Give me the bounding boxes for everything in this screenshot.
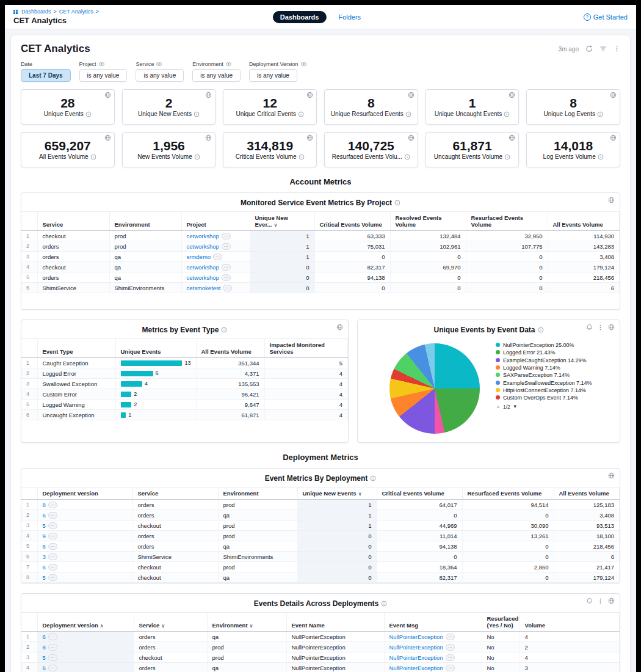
drill-badge[interactable]: ⋯	[48, 564, 57, 571]
globe-icon[interactable]	[509, 92, 515, 98]
column-header-deployment-version[interactable]: Deployment Version	[37, 488, 132, 500]
globe-icon[interactable]	[306, 134, 313, 141]
cell-link[interactable]: 8	[43, 644, 46, 651]
cell-link[interactable]: 3	[43, 553, 46, 560]
cell-link[interactable]: NullPointerException	[389, 644, 443, 651]
column-header-resurfaced-events-volume[interactable]: Resurfaced Events Volume	[462, 488, 554, 500]
cell-link[interactable]: 6	[43, 543, 46, 550]
cell-link[interactable]: 9	[43, 533, 46, 539]
column-header-resurfaced-events-volume[interactable]: Resurfaced Events Volume	[466, 212, 548, 231]
drill-badge[interactable]: ⋯	[48, 665, 57, 671]
drill-badge[interactable]: ⋯	[446, 654, 455, 661]
legend-item[interactable]: ExampleSwallowedException 7.14%	[496, 380, 609, 386]
column-header-volume[interactable]: Volume	[520, 613, 620, 632]
drill-badge[interactable]: ⋯	[48, 553, 57, 560]
drill-badge[interactable]: ⋯	[222, 243, 231, 250]
column-header-project[interactable]: Project	[181, 212, 250, 231]
cell-link[interactable]: NullPointerException	[389, 665, 443, 671]
drill-badge[interactable]: ⋯	[222, 233, 231, 239]
legend-item[interactable]: SAXParseException 7.14%	[496, 372, 609, 378]
column-header-event-type[interactable]: Event Type	[37, 339, 115, 358]
drill-badge[interactable]: ⋯	[223, 285, 232, 291]
column-header-unique-new-events[interactable]: Unique New Events∨	[297, 488, 377, 500]
drill-badge[interactable]: ⋯	[48, 512, 57, 519]
globe-icon[interactable]	[408, 134, 415, 141]
tab-folders[interactable]: Folders	[331, 11, 368, 23]
kebab-icon[interactable]	[597, 597, 604, 605]
column-header-unique-new-ever[interactable]: Unique New Ever...∨	[250, 212, 314, 231]
globe-icon[interactable]	[205, 92, 212, 98]
globe-icon[interactable]	[608, 197, 615, 203]
breadcrumb-item[interactable]: CET Analytics	[59, 9, 93, 15]
cell-link[interactable]: 6	[43, 634, 46, 640]
cell-link[interactable]: 5	[43, 654, 46, 661]
cell-link[interactable]: 5	[43, 574, 46, 581]
column-header-service[interactable]: Service	[132, 488, 218, 500]
column-header-critical-events-volume[interactable]: Critical Events Volume	[377, 488, 462, 500]
drill-badge[interactable]: ⋯	[48, 522, 57, 529]
drill-badge[interactable]: ⋯	[213, 254, 222, 260]
get-started-link[interactable]: ? Get Started	[584, 13, 628, 21]
column-header-all-events-volume[interactable]: All Events Volume	[548, 212, 620, 231]
filter-service[interactable]: is any value	[136, 69, 184, 82]
cell-link[interactable]: srmdemo	[187, 254, 211, 260]
cell-link[interactable]: 6	[43, 512, 46, 519]
cell-link[interactable]: 8	[43, 502, 46, 508]
refresh-icon[interactable]	[585, 45, 593, 53]
column-header-resurfaced-yes-no[interactable]: Resurfaced (Yes / No)	[482, 613, 520, 632]
column-header-critical-events-volume[interactable]: Critical Events Volume	[314, 212, 390, 231]
cell-link[interactable]: 6	[43, 564, 46, 571]
column-header-impacted-monitored-services[interactable]: Impacted Monitored Services	[264, 339, 348, 358]
cell-link[interactable]: cetworkshop	[187, 233, 219, 239]
cell-link[interactable]: cetworkshop	[187, 243, 219, 250]
unique-events-bar[interactable]	[121, 371, 153, 376]
legend-item[interactable]: Logged Error 21.43%	[496, 349, 609, 356]
drill-badge[interactable]: ⋯	[446, 665, 455, 671]
legend-item[interactable]: ExampleCaughtException 14.29%	[496, 357, 609, 363]
column-header-environment[interactable]: Environment	[218, 488, 297, 500]
column-header-environment[interactable]: Environment	[109, 212, 181, 231]
bell-icon[interactable]	[586, 597, 593, 605]
drill-badge[interactable]: ⋯	[48, 634, 57, 640]
globe-icon[interactable]	[306, 92, 313, 98]
drill-badge[interactable]: ⋯	[48, 533, 57, 539]
globe-icon[interactable]	[610, 134, 617, 141]
globe-icon[interactable]	[336, 324, 343, 331]
unique-events-bar[interactable]	[121, 402, 132, 407]
filter-icon[interactable]	[599, 45, 607, 53]
bell-icon[interactable]	[586, 324, 593, 331]
column-header-service[interactable]: Service	[37, 212, 109, 231]
column-header-environment[interactable]: Environment∨	[207, 613, 286, 632]
column-header-service[interactable]: Service∨	[134, 613, 207, 632]
kebab-icon[interactable]	[597, 324, 604, 331]
drill-badge[interactable]: ⋯	[48, 644, 57, 651]
cell-link[interactable]: cetsmoketest	[187, 285, 221, 291]
unique-events-bar[interactable]	[121, 360, 183, 366]
cell-link[interactable]: cetworkshop	[187, 274, 219, 281]
globe-icon[interactable]	[608, 324, 615, 331]
unique-events-bar[interactable]	[121, 392, 132, 397]
drill-badge[interactable]: ⋯	[48, 502, 57, 508]
unique-events-bar[interactable]	[121, 381, 142, 387]
drill-badge[interactable]: ⋯	[222, 274, 231, 281]
drill-badge[interactable]: ⋯	[48, 574, 57, 581]
column-header-event-name[interactable]: Event Name	[286, 613, 384, 632]
drill-badge[interactable]: ⋯	[222, 264, 231, 271]
column-header-deployment-version[interactable]: Deployment Version∧	[37, 613, 134, 632]
cell-link[interactable]: 6	[43, 665, 46, 671]
column-header-resolved-events-volume[interactable]: Resolved Events Volume	[390, 212, 466, 231]
column-header-all-events-volume[interactable]: All Events Volume	[554, 488, 620, 500]
drill-badge[interactable]: ⋯	[446, 634, 455, 640]
legend-item[interactable]: HttpHostConnectException 7.14%	[496, 387, 609, 393]
globe-icon[interactable]	[610, 92, 617, 98]
legend-item[interactable]: Logged Warning 7.14%	[496, 365, 609, 371]
globe-icon[interactable]	[205, 134, 212, 141]
filter-date[interactable]: Last 7 Days	[21, 69, 71, 82]
filter-project[interactable]: is any value	[79, 69, 128, 82]
unique-events-bar[interactable]	[121, 412, 126, 418]
legend-item[interactable]: NullPointerException 25.00%	[496, 342, 609, 348]
tab-dashboards[interactable]: Dashboards	[273, 11, 327, 23]
kebab-icon[interactable]	[614, 45, 620, 53]
globe-icon[interactable]	[608, 472, 615, 479]
filter-deployment-version[interactable]: is any value	[249, 69, 297, 82]
